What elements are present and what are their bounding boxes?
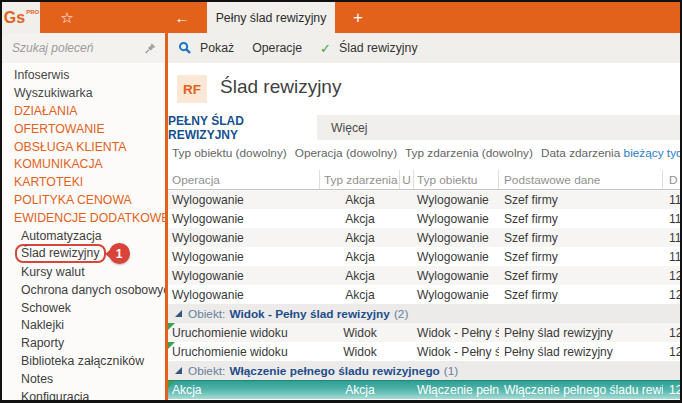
sidebar-item-ofertowanie[interactable]: OFERTOWANIE <box>2 120 165 138</box>
filter-operacja[interactable]: Operacja (dowolny) <box>295 146 397 160</box>
sidebar-item-obsługa-klienta[interactable]: OBSŁUGA KLIENTA <box>2 138 165 156</box>
collapse-triangle-icon[interactable] <box>175 310 182 317</box>
new-tab-button[interactable]: + <box>342 2 374 33</box>
sidebar-item-label: POLITYKA CENOWA <box>14 193 132 207</box>
sidebar-item-label: Raporty <box>21 336 64 350</box>
module-icon-badge: RF <box>177 75 207 103</box>
audit-trail-button[interactable]: Ślad rewizyjny <box>339 41 418 55</box>
group-prefix: Obiekt: <box>188 364 225 378</box>
filter-typ-obiektu[interactable]: Typ obiektu (dowolny) <box>172 146 287 160</box>
table-row[interactable]: WylogowanieAkcjaWylogowanieSzef firmy12 <box>168 266 680 285</box>
check-icon: ✓ <box>320 41 331 56</box>
table-row[interactable]: WylogowanieAkcjaWylogowanieSzef firmy11 <box>168 209 680 228</box>
sidebar-item-notes[interactable]: Notes <box>2 370 165 388</box>
sidebar-item-konfiguracja[interactable]: Konfiguracja <box>2 388 165 400</box>
group-count: (1) <box>444 364 458 378</box>
cell: Wylogowanie <box>414 288 499 302</box>
open-tab[interactable]: Pełny ślad rewizyjny <box>207 2 335 33</box>
sidebar-item-raporty[interactable]: Raporty <box>2 334 165 352</box>
sidebar-item-infoserwis[interactable]: Infoserwis <box>2 66 165 84</box>
cell: Akcja <box>320 212 400 226</box>
sidebar-item-label: Konfiguracja <box>21 390 89 400</box>
cell: Szef firmy <box>499 269 663 283</box>
column-header-operacja[interactable]: Operacja <box>168 170 320 189</box>
cell: Widok - Pełny śl... <box>414 345 499 359</box>
column-header-u[interactable]: U <box>400 170 414 189</box>
filter-value: (dowolny) <box>479 146 533 160</box>
cell: 11 <box>663 250 680 264</box>
sidebar-item-ślad-rewizyjny[interactable]: Ślad rewizyjny1 <box>2 245 165 263</box>
filter-data-zdarzenia[interactable]: Data zdarzenia bieżący tydzień <box>541 146 680 160</box>
cell: Akcja <box>320 250 400 264</box>
top-bar: GsPRO ☆ ← Pełny ślad rewizyjny + <box>2 2 680 33</box>
cell: Wylogowanie <box>414 269 499 283</box>
table-row[interactable]: Uruchomienie widokuWidokWidok - Pełny śl… <box>168 342 680 361</box>
app-logo[interactable]: GsPRO <box>2 2 40 33</box>
favorites-button[interactable]: ☆ <box>50 2 84 33</box>
sidebar-item-działania[interactable]: DZIAŁANIA <box>2 102 165 120</box>
filter-label: Typ zdarzenia <box>405 146 478 160</box>
table-row-selected[interactable]: AkcjaAkcjaWłączenie pełne...Włączenie pe… <box>168 380 680 399</box>
sidebar: Szukaj poleceń InfoserwisWyszukiwarkaDZI… <box>2 33 165 400</box>
sidebar-item-automatyzacja[interactable]: Automatyzacja <box>2 227 165 245</box>
table-row[interactable]: WylogowanieAkcjaWylogowanieSzef firmy11 <box>168 228 680 247</box>
sidebar-item-wyszukiwarka[interactable]: Wyszukiwarka <box>2 84 165 102</box>
sidebar-item-kursy-walut[interactable]: Kursy walut <box>2 263 165 281</box>
sidebar-item-ochrona-danych-osobowych[interactable]: Ochrona danych osobowych <box>2 281 165 299</box>
sidebar-item-komunikacja[interactable]: KOMUNIKACJA <box>2 155 165 173</box>
cell: 11 <box>663 193 680 207</box>
cell: Wylogowanie <box>414 212 499 226</box>
show-button[interactable]: Pokaż <box>200 41 234 55</box>
cell: Widok <box>320 326 400 340</box>
app-window: GsPRO ☆ ← Pełny ślad rewizyjny + Szukaj … <box>0 0 682 403</box>
sidebar-item-naklejki[interactable]: Naklejki <box>2 316 165 334</box>
column-header-d[interactable]: D <box>663 170 680 189</box>
command-search[interactable]: Szukaj poleceń <box>2 33 165 63</box>
filter-typ-zdarzenia[interactable]: Typ zdarzenia (dowolny) <box>405 146 533 160</box>
cell: Pełny ślad rewizyjny <box>499 345 663 359</box>
cell: 11 <box>663 212 680 226</box>
sidebar-item-polityka-cenowa[interactable]: POLITYKA CENOWA <box>2 191 165 209</box>
filter-bar: Typ obiektu (dowolny)Operacja (dowolny)T… <box>168 140 680 166</box>
sidebar-item-label: DZIAŁANIA <box>14 104 78 118</box>
tab-full-audit-trail[interactable]: PEŁNY ŚLAD REWIZYJNY <box>168 115 317 140</box>
sidebar-item-biblioteka-załączników[interactable]: Biblioteka załączników <box>2 352 165 370</box>
sidebar-item-label: KOMUNIKACJA <box>14 157 103 171</box>
cell: 11 <box>663 231 680 245</box>
column-header-typ-zdarzenia[interactable]: Typ zdarzenia <box>320 170 400 189</box>
search-input[interactable]: Szukaj poleceń <box>12 41 144 55</box>
collapse-triangle-icon[interactable] <box>175 367 182 374</box>
group-prefix: Obiekt: <box>188 307 225 321</box>
sidebar-item-ewidencje-dodatkowe[interactable]: EWIDENCJE DODATKOWE <box>2 209 165 227</box>
table-row[interactable]: WylogowanieAkcjaWylogowanieSzef firmy11 <box>168 190 680 209</box>
cell: Akcja <box>320 193 400 207</box>
grid-rows: WylogowanieAkcjaWylogowanieSzef firmy11W… <box>168 190 680 399</box>
sidebar-item-schowek[interactable]: Schowek <box>2 299 165 317</box>
column-header-typ-obiektu[interactable]: Typ obiektu <box>414 170 499 189</box>
sidebar-item-label: Kursy walut <box>21 265 85 279</box>
cell: Wylogowanie <box>414 231 499 245</box>
cell: Wylogowanie <box>168 212 320 226</box>
cell: Szef firmy <box>499 231 663 245</box>
cell: Wylogowanie <box>168 269 320 283</box>
group-row[interactable]: Obiekt:Włączenie pełnego śladu rewizyjne… <box>168 361 680 380</box>
filter-label: Typ obiektu <box>172 146 232 160</box>
table-row[interactable]: WylogowanieAkcjaWylogowanieSzef firmy11 <box>168 247 680 266</box>
column-header-podstawowe-dane[interactable]: Podstawowe dane <box>499 170 663 189</box>
table-row[interactable]: WylogowanieAkcjaWylogowanieSzef firmy12 <box>168 285 680 304</box>
pin-icon[interactable] <box>144 42 157 55</box>
tab-more[interactable]: Więcej <box>317 115 382 140</box>
cell: Szef firmy <box>499 212 663 226</box>
table-row[interactable]: Uruchomienie widokuWidokWidok - Pełny śl… <box>168 323 680 342</box>
group-count: (2) <box>394 307 408 321</box>
back-button[interactable]: ← <box>163 2 201 33</box>
star-icon: ☆ <box>60 9 73 27</box>
filter-label: Operacja <box>295 146 343 160</box>
sidebar-item-label: OBSŁUGA KLIENTA <box>14 140 127 154</box>
cell: 12 <box>663 269 680 283</box>
sidebar-item-label: EWIDENCJE DODATKOWE <box>14 211 165 225</box>
cell: Włączenie pełnego śladu rewizyjn... <box>499 383 663 397</box>
group-row[interactable]: Obiekt:Widok - Pełny ślad rewizyjny(2) <box>168 304 680 323</box>
sidebar-item-kartoteki[interactable]: KARTOTEKI <box>2 173 165 191</box>
operations-button[interactable]: Operacje <box>252 41 302 55</box>
